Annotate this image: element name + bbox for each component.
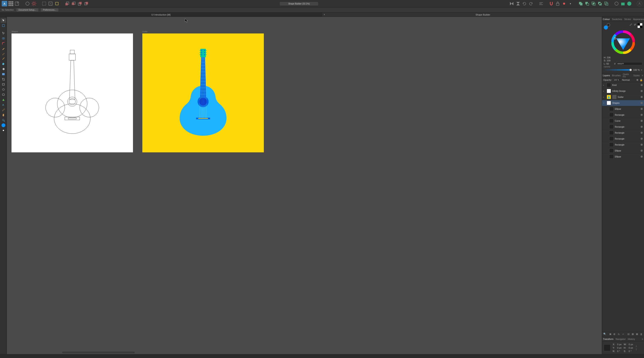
- order-forward-icon[interactable]: [77, 1, 83, 6]
- bool-add-icon[interactable]: [578, 1, 584, 6]
- mask-icon[interactable]: ▣: [609, 332, 612, 336]
- panel-menu-icon[interactable]: ≡: [642, 74, 643, 77]
- eyedropper-tool[interactable]: [1, 108, 6, 112]
- anchor-selector[interactable]: [604, 344, 610, 351]
- colour-wheel[interactable]: [612, 30, 635, 54]
- rotate-ccw-icon[interactable]: [522, 1, 527, 6]
- horizontal-scrollbar[interactable]: [62, 352, 135, 353]
- lock-icon[interactable]: [555, 1, 560, 6]
- layer-row[interactable]: Ellipse: [602, 148, 644, 154]
- visibility-toggle[interactable]: [640, 156, 643, 158]
- tab-layers[interactable]: Layers: [603, 74, 610, 77]
- node-tool[interactable]: [1, 31, 6, 36]
- tab-appearance[interactable]: Appearance: [633, 18, 644, 20]
- fx-icon[interactable]: fx: [617, 332, 620, 336]
- add-layer-icon[interactable]: ▤: [627, 332, 630, 336]
- tab-brushes[interactable]: Brushes: [612, 74, 620, 77]
- opacity-stepper-icon[interactable]: ▾: [641, 68, 642, 72]
- chevron-icon[interactable]: ▸: [603, 96, 606, 98]
- snap-glow-icon[interactable]: [54, 1, 60, 6]
- visibility-toggle[interactable]: [640, 102, 643, 104]
- help-icon[interactable]: [626, 1, 632, 6]
- layer-row[interactable]: ▸Guitar: [602, 94, 644, 100]
- crop-icon[interactable]: ▱: [622, 332, 624, 336]
- snap-toggle-icon[interactable]: [548, 1, 554, 6]
- text-tool[interactable]: A: [1, 102, 6, 107]
- visibility-toggle[interactable]: [640, 120, 643, 122]
- brush-tool[interactable]: [1, 56, 6, 61]
- tab-transform[interactable]: Transform: [603, 338, 614, 340]
- tab-swatches[interactable]: Swatches: [612, 18, 622, 20]
- triangle-tool[interactable]: [1, 98, 6, 102]
- shape-builder-tool[interactable]: [1, 36, 6, 41]
- canvas[interactable]: Shapes: [7, 17, 602, 354]
- layer-row[interactable]: Rectangle: [602, 130, 644, 136]
- swap-colours-icon[interactable]: ⇄: [634, 23, 636, 26]
- layer-row[interactable]: Ellipse: [602, 154, 644, 160]
- eyedropper-icon[interactable]: [629, 23, 632, 26]
- snap-bbox-icon[interactable]: [41, 1, 47, 6]
- flip-h-icon[interactable]: [509, 1, 514, 6]
- layer-row[interactable]: Rectangle: [602, 112, 644, 118]
- rectangle-tool[interactable]: [1, 82, 6, 87]
- layer-row[interactable]: Curve: [602, 118, 644, 124]
- snap-center-icon[interactable]: [48, 1, 53, 6]
- search-icon[interactable]: 🔍: [603, 332, 606, 336]
- hex-input[interactable]: [616, 62, 642, 65]
- grid-icon[interactable]: [8, 1, 14, 6]
- layer-row[interactable]: ▸Infinity Design: [602, 88, 644, 94]
- link-icon[interactable]: [635, 344, 638, 351]
- sync-icon[interactable]: [614, 1, 619, 6]
- zoom-tool[interactable]: [1, 118, 6, 122]
- bool-divide-icon[interactable]: [604, 1, 609, 6]
- insert-target-icon[interactable]: [561, 1, 567, 6]
- add-pixel-icon[interactable]: ▦: [631, 332, 634, 336]
- document-title-pill[interactable]: Shape Builder (33.1%): [280, 2, 318, 6]
- visibility-toggle[interactable]: [640, 108, 643, 110]
- chevron-icon[interactable]: ▾: [603, 102, 606, 104]
- layer-row[interactable]: Rectangle: [602, 136, 644, 142]
- blend-mode-select[interactable]: Normal: [622, 79, 630, 81]
- visibility-toggle[interactable]: [640, 96, 643, 98]
- trash-icon[interactable]: 🗑: [640, 332, 643, 336]
- fill-tool[interactable]: [1, 62, 6, 66]
- tab-styles[interactable]: Styles: [633, 74, 640, 77]
- layer-row[interactable]: Rectangle: [602, 142, 644, 148]
- visibility-toggle[interactable]: [640, 132, 643, 134]
- export-icon[interactable]: [14, 1, 20, 6]
- ellipse-tool[interactable]: [1, 87, 6, 92]
- layer-list[interactable]: ▸Knot▸Infinity Design▸Guitar▾ShapesEllip…: [602, 82, 644, 331]
- order-front-icon[interactable]: [84, 1, 89, 6]
- layer-row[interactable]: ▸Knot: [602, 82, 644, 88]
- opacity-slider[interactable]: [604, 69, 632, 70]
- layer-row[interactable]: ▾Shapes: [602, 100, 644, 106]
- tab-quickfx[interactable]: Quick FX: [623, 73, 631, 78]
- place-image-tool[interactable]: [1, 72, 6, 76]
- stroke-swatch[interactable]: [1, 128, 6, 133]
- fill-swatch[interactable]: [1, 123, 6, 128]
- chevron-icon[interactable]: ▸: [603, 90, 606, 92]
- bool-xor-icon[interactable]: [597, 1, 603, 6]
- order-backward-icon[interactable]: [71, 1, 76, 6]
- rotate-cw-icon[interactable]: [528, 1, 534, 6]
- bool-intersect-icon[interactable]: [591, 1, 596, 6]
- align-menu-icon[interactable]: [538, 1, 544, 6]
- visibility-toggle[interactable]: [640, 138, 643, 140]
- tab-history[interactable]: History: [628, 338, 635, 340]
- document-tab[interactable]: UI Introduction [M]: [0, 12, 322, 16]
- preferences-button[interactable]: Preferences...: [41, 8, 58, 12]
- bool-subtract-icon[interactable]: [584, 1, 590, 6]
- adjust-icon[interactable]: ◐: [613, 332, 616, 336]
- tab-colour[interactable]: Colour: [603, 18, 610, 20]
- gear-icon[interactable]: ⚙: [636, 79, 638, 82]
- visibility-toggle[interactable]: [640, 114, 643, 116]
- tab-navigator[interactable]: Navigator: [616, 338, 626, 340]
- layer-row[interactable]: Rectangle: [602, 124, 644, 130]
- pencil-tool[interactable]: [1, 51, 6, 56]
- visibility-toggle[interactable]: [640, 150, 643, 152]
- lock-icon[interactable]: 🔒: [640, 79, 643, 82]
- visibility-toggle[interactable]: [640, 126, 643, 128]
- order-back-icon[interactable]: [64, 1, 70, 6]
- transparency-tool[interactable]: [1, 67, 6, 72]
- visibility-toggle[interactable]: [640, 90, 643, 92]
